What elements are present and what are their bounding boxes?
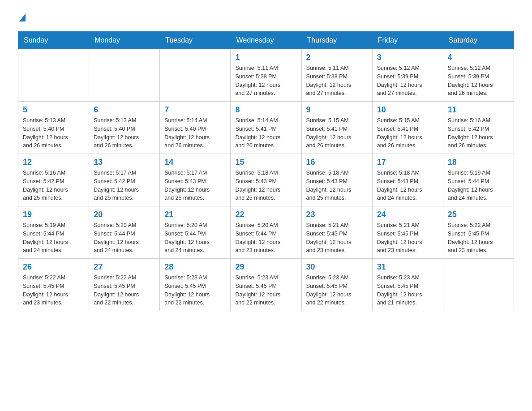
calendar-cell: 18Sunrise: 5:19 AM Sunset: 5:44 PM Dayli…	[443, 154, 514, 206]
day-number: 14	[164, 158, 226, 167]
calendar-cell: 15Sunrise: 5:18 AM Sunset: 5:43 PM Dayli…	[231, 154, 301, 206]
calendar-cell: 20Sunrise: 5:20 AM Sunset: 5:44 PM Dayli…	[89, 206, 160, 259]
calendar-cell: 21Sunrise: 5:20 AM Sunset: 5:44 PM Dayli…	[160, 206, 231, 259]
day-number: 6	[94, 105, 155, 115]
calendar-cell: 6Sunrise: 5:13 AM Sunset: 5:40 PM Daylig…	[89, 102, 160, 154]
calendar-cell: 1Sunrise: 5:11 AM Sunset: 5:38 PM Daylig…	[231, 49, 301, 102]
calendar-cell: 13Sunrise: 5:17 AM Sunset: 5:42 PM Dayli…	[89, 154, 160, 206]
day-number: 18	[448, 158, 509, 167]
day-number: 7	[164, 105, 226, 115]
day-number: 17	[377, 158, 438, 167]
day-info: Sunrise: 5:13 AM Sunset: 5:40 PM Dayligh…	[94, 116, 155, 150]
calendar-cell: 2Sunrise: 5:11 AM Sunset: 5:38 PM Daylig…	[301, 49, 372, 102]
calendar-cell: 7Sunrise: 5:14 AM Sunset: 5:40 PM Daylig…	[160, 102, 231, 154]
calendar-cell: 3Sunrise: 5:12 AM Sunset: 5:39 PM Daylig…	[372, 49, 443, 102]
calendar-cell: 24Sunrise: 5:21 AM Sunset: 5:45 PM Dayli…	[372, 206, 443, 259]
calendar-cell: 4Sunrise: 5:12 AM Sunset: 5:39 PM Daylig…	[443, 49, 514, 102]
day-info: Sunrise: 5:23 AM Sunset: 5:45 PM Dayligh…	[235, 274, 296, 307]
day-number: 13	[94, 158, 155, 167]
col-header-tuesday: Tuesday	[160, 32, 231, 49]
day-number: 19	[23, 210, 84, 219]
day-info: Sunrise: 5:22 AM Sunset: 5:45 PM Dayligh…	[23, 274, 84, 307]
page-header	[18, 13, 514, 22]
week-row-4: 19Sunrise: 5:19 AM Sunset: 5:44 PM Dayli…	[18, 206, 514, 259]
calendar-cell	[160, 49, 231, 102]
day-info: Sunrise: 5:12 AM Sunset: 5:39 PM Dayligh…	[377, 64, 438, 98]
day-number: 22	[235, 210, 296, 219]
calendar-cell	[18, 49, 89, 102]
day-info: Sunrise: 5:19 AM Sunset: 5:44 PM Dayligh…	[23, 221, 84, 255]
day-info: Sunrise: 5:17 AM Sunset: 5:43 PM Dayligh…	[164, 169, 226, 202]
day-info: Sunrise: 5:12 AM Sunset: 5:39 PM Dayligh…	[448, 64, 509, 98]
day-number: 23	[306, 210, 368, 219]
day-number: 26	[23, 262, 84, 272]
day-info: Sunrise: 5:22 AM Sunset: 5:45 PM Dayligh…	[448, 221, 509, 255]
day-number: 16	[306, 158, 368, 167]
col-header-thursday: Thursday	[301, 32, 372, 49]
week-row-3: 12Sunrise: 5:16 AM Sunset: 5:42 PM Dayli…	[18, 154, 514, 206]
calendar-cell: 27Sunrise: 5:22 AM Sunset: 5:45 PM Dayli…	[89, 259, 160, 311]
logo	[18, 13, 26, 22]
week-row-5: 26Sunrise: 5:22 AM Sunset: 5:45 PM Dayli…	[18, 259, 514, 311]
day-info: Sunrise: 5:15 AM Sunset: 5:41 PM Dayligh…	[306, 116, 368, 150]
day-number: 12	[23, 158, 84, 167]
day-info: Sunrise: 5:17 AM Sunset: 5:42 PM Dayligh…	[94, 169, 155, 202]
day-info: Sunrise: 5:11 AM Sunset: 5:38 PM Dayligh…	[235, 64, 296, 98]
calendar-cell: 19Sunrise: 5:19 AM Sunset: 5:44 PM Dayli…	[18, 206, 89, 259]
day-number: 9	[306, 105, 368, 115]
calendar-cell: 25Sunrise: 5:22 AM Sunset: 5:45 PM Dayli…	[443, 206, 514, 259]
day-info: Sunrise: 5:20 AM Sunset: 5:44 PM Dayligh…	[164, 221, 226, 255]
col-header-sunday: Sunday	[18, 32, 89, 49]
day-number: 28	[164, 262, 226, 272]
day-number: 24	[377, 210, 438, 219]
day-number: 25	[448, 210, 509, 219]
day-info: Sunrise: 5:18 AM Sunset: 5:43 PM Dayligh…	[377, 169, 438, 202]
day-number: 8	[235, 105, 296, 115]
calendar-cell: 17Sunrise: 5:18 AM Sunset: 5:43 PM Dayli…	[372, 154, 443, 206]
day-info: Sunrise: 5:16 AM Sunset: 5:42 PM Dayligh…	[448, 116, 509, 150]
day-number: 29	[235, 262, 296, 272]
week-row-1: 1Sunrise: 5:11 AM Sunset: 5:38 PM Daylig…	[18, 49, 514, 102]
day-number: 10	[377, 105, 438, 115]
day-number: 11	[448, 105, 509, 115]
day-number: 3	[377, 53, 438, 62]
calendar-table: SundayMondayTuesdayWednesdayThursdayFrid…	[18, 31, 514, 311]
col-header-monday: Monday	[89, 32, 160, 49]
day-number: 1	[235, 53, 296, 62]
calendar-cell: 23Sunrise: 5:21 AM Sunset: 5:45 PM Dayli…	[301, 206, 372, 259]
day-info: Sunrise: 5:13 AM Sunset: 5:40 PM Dayligh…	[23, 116, 84, 150]
calendar-cell: 10Sunrise: 5:15 AM Sunset: 5:41 PM Dayli…	[372, 102, 443, 154]
day-number: 4	[448, 53, 509, 62]
day-number: 5	[23, 105, 84, 115]
day-info: Sunrise: 5:23 AM Sunset: 5:45 PM Dayligh…	[164, 274, 226, 307]
calendar-cell: 16Sunrise: 5:18 AM Sunset: 5:43 PM Dayli…	[301, 154, 372, 206]
day-info: Sunrise: 5:14 AM Sunset: 5:41 PM Dayligh…	[235, 116, 296, 150]
day-info: Sunrise: 5:11 AM Sunset: 5:38 PM Dayligh…	[306, 64, 368, 98]
calendar-cell: 12Sunrise: 5:16 AM Sunset: 5:42 PM Dayli…	[18, 154, 89, 206]
day-info: Sunrise: 5:20 AM Sunset: 5:44 PM Dayligh…	[235, 221, 296, 255]
day-number: 20	[94, 210, 155, 219]
day-info: Sunrise: 5:16 AM Sunset: 5:42 PM Dayligh…	[23, 169, 84, 202]
calendar-cell: 8Sunrise: 5:14 AM Sunset: 5:41 PM Daylig…	[231, 102, 301, 154]
day-info: Sunrise: 5:21 AM Sunset: 5:45 PM Dayligh…	[306, 221, 368, 255]
calendar-cell: 9Sunrise: 5:15 AM Sunset: 5:41 PM Daylig…	[301, 102, 372, 154]
day-info: Sunrise: 5:19 AM Sunset: 5:44 PM Dayligh…	[448, 169, 509, 202]
calendar-cell: 31Sunrise: 5:23 AM Sunset: 5:45 PM Dayli…	[372, 259, 443, 311]
calendar-cell: 5Sunrise: 5:13 AM Sunset: 5:40 PM Daylig…	[18, 102, 89, 154]
day-number: 31	[377, 262, 438, 272]
day-info: Sunrise: 5:14 AM Sunset: 5:40 PM Dayligh…	[164, 116, 226, 150]
day-number: 15	[235, 158, 296, 167]
day-info: Sunrise: 5:22 AM Sunset: 5:45 PM Dayligh…	[94, 274, 155, 307]
calendar-cell: 22Sunrise: 5:20 AM Sunset: 5:44 PM Dayli…	[231, 206, 301, 259]
calendar-cell: 28Sunrise: 5:23 AM Sunset: 5:45 PM Dayli…	[160, 259, 231, 311]
calendar-cell: 30Sunrise: 5:23 AM Sunset: 5:45 PM Dayli…	[301, 259, 372, 311]
day-number: 21	[164, 210, 226, 219]
calendar-cell	[89, 49, 160, 102]
day-number: 2	[306, 53, 368, 62]
day-info: Sunrise: 5:18 AM Sunset: 5:43 PM Dayligh…	[235, 169, 296, 202]
day-info: Sunrise: 5:20 AM Sunset: 5:44 PM Dayligh…	[94, 221, 155, 255]
day-number: 30	[306, 262, 368, 272]
week-row-2: 5Sunrise: 5:13 AM Sunset: 5:40 PM Daylig…	[18, 102, 514, 154]
calendar-cell: 11Sunrise: 5:16 AM Sunset: 5:42 PM Dayli…	[443, 102, 514, 154]
col-header-wednesday: Wednesday	[231, 32, 301, 49]
